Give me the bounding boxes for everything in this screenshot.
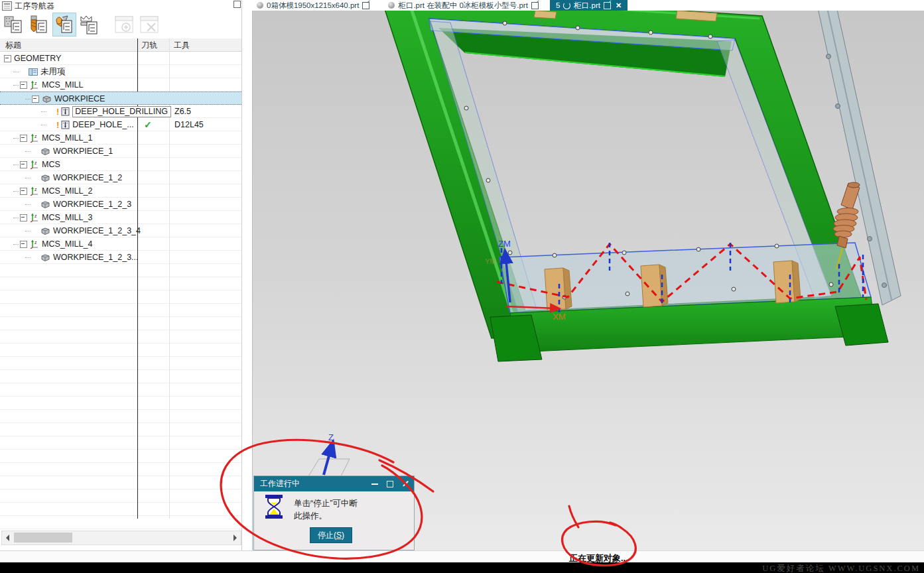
tool-cell (169, 198, 246, 211)
tree-row-title[interactable]: zMCS (0, 158, 151, 171)
tree-item-label[interactable]: MCS_MILL (42, 80, 84, 90)
tree-item-label[interactable]: WORKPIECE_1_2 (53, 173, 122, 182)
minimize-icon[interactable] (371, 483, 378, 485)
svg-text:z: z (34, 187, 37, 192)
expander-minus-icon[interactable] (20, 82, 27, 89)
tree-row[interactable]: zMCS_MILL (0, 78, 241, 92)
column-tool[interactable]: 工具 (174, 40, 190, 51)
tree-row[interactable]: WORKPIECE_1_2_3 (0, 198, 241, 211)
tree-row[interactable]: WORKPIECE_1_2 (0, 171, 241, 184)
expander-minus-icon[interactable] (32, 96, 39, 103)
expander-minus-icon[interactable] (20, 214, 27, 222)
column-toolpath[interactable]: 刀轨 (141, 40, 157, 51)
open-window-icon[interactable] (604, 2, 611, 9)
tree-item-label[interactable]: WORKPIECE_1_2_3_4 (53, 226, 141, 235)
tree-row[interactable]: zMCS (0, 158, 241, 171)
toolpath-cell (137, 198, 169, 211)
tree-row-title[interactable]: zMCS_MILL_2 (0, 184, 151, 198)
toolpath-cell (137, 145, 169, 158)
tree-row[interactable]: WORKPIECE_1 (0, 145, 241, 158)
maximize-icon[interactable] (387, 481, 393, 487)
folder-icon (29, 68, 38, 76)
tree-connector (25, 230, 31, 231)
tree-row[interactable]: zMCS_MILL_3 (0, 211, 241, 224)
tree-row[interactable]: WORKPIECE_1_2_3_4 (0, 224, 241, 237)
tree-row[interactable]: 未用项 (0, 65, 241, 78)
close-icon[interactable]: ✕ (402, 476, 409, 491)
scroll-left-arrow[interactable] (6, 535, 9, 541)
dialog-title: 工作进行中 (260, 479, 300, 488)
part-tab[interactable]: 0箱体模1950x1215x640.prt (251, 0, 375, 11)
tree-item-label[interactable]: GEOMETRY (14, 54, 61, 63)
tree-row[interactable]: zMCS_MILL_1 (0, 131, 241, 145)
tree-item-label[interactable]: MCS_MILL_4 (42, 239, 92, 249)
mcs-icon: z (30, 160, 39, 169)
tree-row-title[interactable]: zMCS_MILL_4 (0, 237, 151, 251)
tab-label[interactable]: 柜口.prt 在装配中 0冰柜模板小型号.prt (398, 1, 528, 11)
tree-row[interactable]: GEOMETRY (0, 52, 241, 65)
tree-item-label[interactable]: WORKPIECE_1_2_3... (53, 253, 139, 262)
column-title[interactable]: 标题 (5, 40, 21, 51)
expander-minus-icon[interactable] (20, 135, 27, 142)
tree-connector (41, 111, 46, 112)
expander-minus-icon[interactable] (4, 55, 11, 62)
tree-row[interactable]: !DEEP_HOLE_DRILLINGZ6.5 (0, 105, 241, 118)
tree-item-label[interactable]: MCS_MILL_1 (42, 133, 92, 143)
tree-row-title[interactable]: zMCS_MILL_3 (0, 211, 151, 224)
navigator-icon (2, 1, 12, 11)
tree-row-title[interactable]: 未用项 (0, 65, 151, 78)
tree-item-label[interactable]: DEEP_HOLE_DRILLING (72, 106, 171, 117)
part-tab[interactable]: 柜口.prt 在装配中 0冰柜模板小型号.prt (382, 0, 545, 11)
tree-row[interactable]: zMCS_MILL_2 (0, 184, 241, 198)
tree-item-label[interactable]: WORKPIECE_1 (53, 147, 113, 156)
tree-item-label[interactable]: MCS_MILL_2 (42, 186, 92, 196)
mcs-icon: z (30, 80, 39, 90)
svg-text:z: z (34, 240, 37, 245)
tree-item-label[interactable]: WORKPIECE (54, 94, 105, 103)
tree-row[interactable]: WORKPIECE_1_2_3... (0, 251, 241, 264)
scroll-right-arrow[interactable] (233, 535, 237, 541)
geometry-view-button[interactable] (53, 13, 76, 36)
expander-minus-icon[interactable] (20, 241, 27, 248)
tool-cell (169, 65, 246, 78)
tool-cell (169, 224, 246, 237)
expander-minus-icon[interactable] (20, 161, 27, 168)
scrollbar-thumb[interactable] (14, 533, 72, 542)
tree-row[interactable]: WORKPIECE (0, 92, 241, 105)
tree-row-title[interactable]: GEOMETRY (0, 52, 141, 65)
tool-cell (169, 92, 246, 105)
tab-label[interactable]: 柜口.prt (574, 1, 600, 11)
toolpath-cell: ✓ (137, 118, 169, 131)
tree-item-label[interactable]: MCS (42, 160, 60, 169)
open-window-icon[interactable] (531, 2, 539, 9)
tool-cell (169, 131, 246, 145)
tab-label[interactable]: 0箱体模1950x1215x640.prt (267, 1, 359, 11)
tool-cell: Z6.5 (169, 105, 246, 118)
machining-method-view-button[interactable] (78, 13, 101, 36)
program-order-view-button[interactable] (3, 13, 25, 36)
tree-item-label[interactable]: MCS_MILL_3 (42, 213, 92, 222)
machine-tool-view-button[interactable] (28, 13, 50, 36)
tree-row-title[interactable]: zMCS_MILL (0, 78, 151, 92)
tree-connector (13, 217, 19, 218)
tree-row-title[interactable]: zMCS_MILL_1 (0, 131, 151, 145)
workpiece-icon (40, 200, 50, 209)
part-icon (257, 2, 263, 9)
panel-float-icon[interactable] (233, 1, 241, 8)
tool-cell: D12L45 (169, 118, 246, 131)
tree-item-label[interactable]: 未用项 (40, 66, 66, 78)
part-tab-active[interactable]: 5柜口.prt✕ (550, 0, 627, 11)
tool-cell (169, 251, 246, 264)
tab-close-icon[interactable]: ✕ (616, 1, 622, 10)
stop-button[interactable]: 停止(S) (310, 527, 352, 543)
tree-row-title[interactable]: !DEEP_HOLE_DRILLING (0, 105, 178, 118)
tree-row[interactable]: !DEEP_HOLE_...✓D12L45 (0, 118, 241, 131)
tree-row[interactable]: zMCS_MILL_4 (0, 237, 241, 251)
tree-item-label[interactable]: DEEP_HOLE_... (72, 120, 133, 129)
horizontal-scrollbar[interactable] (1, 531, 241, 545)
open-window-icon[interactable] (362, 2, 369, 9)
tree-item-label[interactable]: WORKPIECE_1_2_3 (53, 200, 131, 209)
graphics-viewport[interactable]: ZM XM YM Z (252, 11, 924, 550)
expander-minus-icon[interactable] (20, 188, 27, 195)
dialog-titlebar[interactable]: 工作进行中 ✕ (254, 476, 414, 491)
